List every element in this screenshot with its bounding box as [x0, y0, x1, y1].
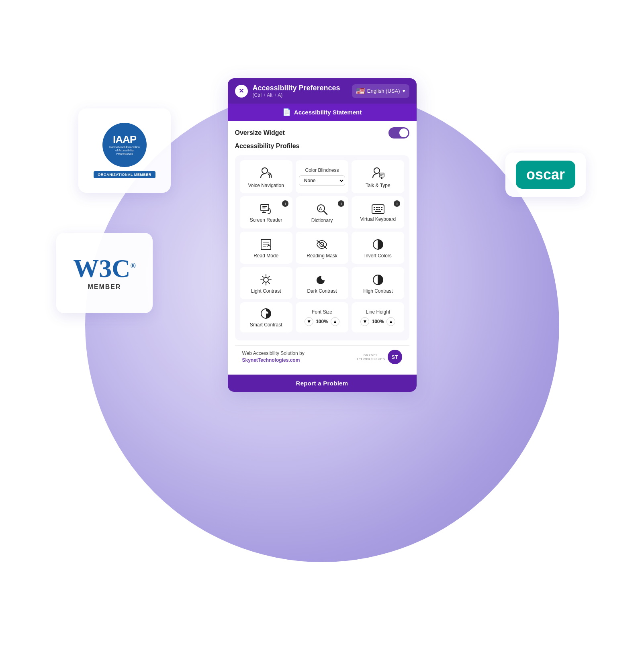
page-wrapper: IAAP International Association of Access…	[0, 0, 644, 650]
language-selector[interactable]: 🇺🇸 English (USA) ▾	[352, 84, 409, 98]
light-contrast-label: Light Contrast	[251, 288, 281, 294]
oversize-widget-row: Oversize Widget	[235, 127, 409, 139]
profiles-section-title: Accessibility Profiles	[235, 143, 409, 150]
line-height-label: Line Height	[366, 309, 390, 315]
profile-grid: Voice Navigation Color Blindness None Pr…	[235, 155, 409, 340]
iaap-sub-text: International Association of Accessibili…	[108, 146, 141, 156]
iaap-badge-circle: IAAP International Association of Access…	[102, 123, 147, 167]
invert-colors-label: Invert Colors	[364, 253, 392, 259]
feature-row-3: Light Contrast Dark Contrast	[240, 267, 405, 299]
color-blindness-label: Color Blindness	[305, 167, 339, 173]
smart-contrast-item[interactable]: Smart Contrast	[240, 302, 292, 332]
screen-reader-icon	[260, 204, 272, 215]
read-mode-item[interactable]: Read Mode	[240, 232, 292, 264]
w3c-logo-text: W3C	[73, 254, 130, 283]
screen-reader-info-icon: i	[282, 200, 288, 207]
widget-header: ✕ Accessibility Preferences (Ctrl + Alt …	[228, 78, 417, 104]
reading-mask-icon	[316, 238, 328, 251]
svg-rect-20	[375, 211, 381, 212]
light-contrast-item[interactable]: Light Contrast	[240, 267, 292, 299]
font-size-controls: ▼ 100% ▲	[305, 317, 339, 326]
svg-line-35	[262, 276, 264, 277]
virtual-keyboard-label: Virtual Keyboard	[360, 216, 396, 222]
dictionary-item[interactable]: i A Dictionary	[296, 196, 348, 228]
line-height-increase-button[interactable]: ▲	[386, 317, 395, 326]
close-button[interactable]: ✕	[235, 85, 248, 98]
lang-flag-icon: 🇺🇸	[356, 87, 365, 96]
iaap-org-label: ORGANIZATIONAL MEMBER	[94, 171, 155, 178]
dark-contrast-icon	[316, 274, 328, 286]
oscar-card: oscar	[505, 153, 586, 197]
font-size-label: Font Size	[312, 309, 332, 315]
talk-and-type-item[interactable]: Talk & Type	[352, 160, 404, 193]
w3c-trademark: ®	[130, 261, 135, 269]
widget-body: Oversize Widget Accessibility Profiles	[228, 121, 417, 375]
screen-reader-label: Screen Reader	[250, 217, 282, 223]
reading-mask-item[interactable]: Reading Mask	[296, 232, 348, 264]
iaap-logo-text: IAAP	[113, 134, 136, 145]
voice-navigation-label: Voice Navigation	[248, 183, 284, 188]
svg-rect-21	[261, 239, 271, 250]
high-contrast-icon	[372, 274, 384, 286]
font-size-item: Font Size ▼ 100% ▲	[296, 302, 348, 332]
line-height-item: Line Height ▼ 100% ▲	[352, 302, 404, 332]
light-contrast-icon	[260, 274, 272, 286]
widget-footer: Web Accessibility Solution by SkynetTech…	[235, 345, 409, 368]
keyboard-shortcut: (Ctrl + Alt + A)	[253, 92, 340, 98]
svg-line-36	[268, 282, 270, 283]
line-height-decrease-button[interactable]: ▼	[360, 317, 369, 326]
svg-rect-17	[376, 209, 378, 210]
footer-text-block: Web Accessibility Solution by SkynetTech…	[242, 350, 305, 363]
line-height-controls: ▼ 100% ▲	[360, 317, 395, 326]
accessibility-statement-bar[interactable]: 📄 Accessibility Statement	[228, 104, 417, 121]
font-size-increase-button[interactable]: ▲	[331, 317, 339, 326]
feature-row-1: i Screen Reader	[240, 196, 405, 228]
svg-rect-18	[378, 209, 380, 210]
virtual-keyboard-info-icon: i	[394, 200, 400, 207]
voice-navigation-icon	[259, 167, 273, 180]
st-label: SKYNETTECHNOLOGIES	[356, 353, 385, 361]
virtual-keyboard-item[interactable]: i	[352, 196, 404, 228]
svg-point-1	[374, 168, 380, 173]
footer-logo-area: SKYNETTECHNOLOGIES ST	[356, 350, 402, 364]
svg-point-0	[262, 168, 268, 173]
feature-row-2: Read Mode Reading Mask	[240, 232, 405, 264]
svg-rect-12	[374, 207, 375, 208]
dictionary-info-icon: i	[338, 200, 344, 207]
report-problem-button[interactable]: Report a Problem	[228, 375, 417, 392]
svg-line-38	[262, 282, 264, 283]
oversize-toggle[interactable]	[388, 127, 409, 139]
high-contrast-item[interactable]: High Contrast	[352, 267, 404, 299]
profile-top-row: Voice Navigation Color Blindness None Pr…	[240, 160, 405, 193]
svg-rect-13	[376, 207, 378, 208]
font-size-decrease-button[interactable]: ▼	[305, 317, 313, 326]
document-icon: 📄	[282, 108, 291, 116]
invert-colors-item[interactable]: Invert Colors	[352, 232, 404, 264]
svg-rect-7	[262, 208, 266, 208]
svg-rect-14	[378, 207, 380, 208]
svg-rect-16	[374, 209, 375, 210]
footer-line1: Web Accessibility Solution by	[242, 350, 305, 356]
smart-contrast-label: Smart Contrast	[250, 322, 282, 328]
color-blindness-select[interactable]: None Protanopia Deuteranopia Tritanopia …	[299, 175, 345, 186]
svg-line-9	[324, 211, 327, 214]
lang-label: English (USA)	[367, 88, 400, 94]
line-height-value: 100%	[372, 319, 384, 324]
svg-rect-19	[381, 209, 382, 210]
header-title-block: Accessibility Preferences (Ctrl + Alt + …	[253, 84, 340, 98]
screen-reader-item[interactable]: i Screen Reader	[240, 196, 292, 228]
dictionary-icon: A	[316, 203, 328, 215]
dictionary-label: Dictionary	[311, 218, 333, 223]
dark-contrast-item[interactable]: Dark Contrast	[296, 267, 348, 299]
w3c-logo: W3C®	[73, 256, 136, 281]
w3c-card: W3C® MEMBER	[56, 233, 153, 313]
talk-type-label: Talk & Type	[366, 183, 390, 188]
oscar-logo: oscar	[516, 161, 575, 189]
svg-point-25	[268, 245, 270, 246]
read-mode-label: Read Mode	[254, 253, 278, 259]
voice-navigation-item[interactable]: Voice Navigation	[240, 160, 292, 193]
footer-link[interactable]: SkynetTechnologies.com	[242, 357, 300, 363]
svg-rect-2	[379, 173, 384, 177]
svg-line-37	[268, 276, 270, 277]
read-mode-icon	[260, 238, 272, 251]
